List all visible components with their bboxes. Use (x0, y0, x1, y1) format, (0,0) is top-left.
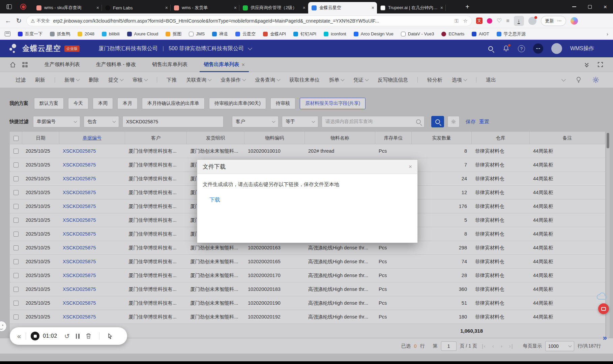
favorites-list-icon[interactable]: ≡ (506, 18, 509, 24)
row-checkbox[interactable] (10, 204, 22, 209)
cell-bill-no-link[interactable]: XSCKD025875 (59, 300, 125, 306)
password-key-icon[interactable]: ⚿ (455, 18, 458, 24)
column-header[interactable]: 备注 (530, 132, 605, 144)
select-all-checkbox[interactable] (10, 132, 22, 144)
row-checkbox[interactable] (10, 259, 22, 265)
cell-bill-no-link[interactable]: XSCKD025875 (59, 148, 125, 154)
toolbar-button[interactable]: 轻分析 (427, 77, 442, 83)
row-checkbox[interactable] (10, 162, 22, 168)
toolbar-button[interactable]: 业务操作 (221, 77, 245, 83)
tab-close-icon[interactable]: × (303, 5, 305, 10)
cell-bill-no-link[interactable]: XSCKD025875 (59, 231, 125, 237)
toolbar-button[interactable]: 删除 (89, 77, 99, 83)
user-avatar[interactable] (551, 43, 562, 54)
worktab-close-icon[interactable]: × (242, 62, 244, 67)
stop-recording-button[interactable] (31, 332, 39, 340)
cell-bill-no-link[interactable]: XSCKD025875 (59, 273, 125, 278)
back-button[interactable]: ← (3, 17, 13, 25)
extension-icon[interactable] (487, 18, 492, 24)
row-checkbox[interactable] (10, 300, 22, 306)
scrollbar-thumb[interactable] (607, 133, 609, 148)
collapse-tabs-icon[interactable] (585, 63, 589, 67)
scheme-button[interactable]: 本月待确认应收的出库单 (142, 98, 205, 109)
bookmark-item[interactable]: 钉钉API (293, 31, 316, 37)
downloads-button[interactable]: ↓ (514, 16, 524, 26)
filter-operator-select[interactable]: 包含 (84, 116, 119, 127)
toolbar-button[interactable]: 选项 (452, 77, 467, 83)
column-header[interactable]: 物料名称 (305, 132, 375, 144)
column-header[interactable]: 发货组织 (187, 132, 244, 144)
update-button[interactable]: 更新⋯ (541, 16, 566, 26)
toolbar-button[interactable]: 刷新 (35, 77, 45, 83)
worktab[interactable]: 生产领料单列表 (36, 57, 88, 72)
scheme-button[interactable]: 今天 (68, 98, 88, 109)
per-page-select[interactable]: 1000 (545, 341, 574, 351)
worktab[interactable]: 生产领料单 - 修改 (88, 57, 144, 72)
row-checkbox[interactable] (10, 314, 22, 320)
bookmark-item[interactable]: AIOT (472, 31, 489, 36)
tab-close-icon[interactable]: × (96, 5, 99, 10)
toolbar-button[interactable]: 下推 (167, 77, 177, 83)
filter-value-input[interactable]: XSCKD025875 (122, 116, 224, 127)
lightbulb-icon[interactable] (575, 77, 582, 83)
bookmark-item[interactable]: Arco Design Vue (354, 31, 393, 36)
reset-filter-link[interactable]: 重置 (479, 119, 489, 125)
collections-icon[interactable] (5, 31, 10, 36)
bookmark-item[interactable]: ECharts (441, 31, 464, 36)
url-input[interactable]: ⚠不安全 erp2.jinboway.com/k3cloud/html5/dfo… (26, 16, 472, 26)
toolbar-button[interactable]: 过滤 (16, 77, 26, 83)
copilot-icon[interactable] (571, 17, 578, 25)
column-header[interactable]: 库存单位 (375, 132, 412, 144)
column-header[interactable]: 客户 (125, 132, 187, 144)
toolbar-button[interactable]: 反写物流信息 (378, 77, 408, 83)
row-checkbox[interactable] (10, 217, 22, 223)
tab-close-icon[interactable]: × (440, 5, 443, 10)
assistant-float-button[interactable] (0, 321, 7, 332)
tab-close-icon[interactable]: × (372, 5, 374, 10)
bookmark-item[interactable]: JMS (189, 31, 205, 36)
site-security-chip[interactable]: ⚠不安全 (31, 18, 50, 24)
cell-bill-no-link[interactable]: XSCKD025875 (59, 259, 125, 264)
home-button[interactable] (9, 61, 16, 68)
close-window-button[interactable]: × (597, 0, 613, 13)
last-page-button[interactable]: ›| (509, 343, 514, 349)
filter-field2-select[interactable]: 客户 (232, 116, 279, 127)
browser-tab[interactable]: wms - 发货单 × (171, 2, 239, 13)
worktab[interactable]: 销售出库单列表 (144, 57, 196, 72)
browser-tab[interactable]: Trupeer.ai | 在几分钟内创建 × (377, 2, 446, 13)
help-button[interactable]: ? (518, 45, 525, 52)
delete-recording-button[interactable] (86, 333, 91, 339)
cell-bill-no-link[interactable]: XSCKD025875 (59, 217, 125, 223)
profile-avatar[interactable] (528, 17, 536, 25)
fullscreen-icon[interactable] (598, 62, 603, 67)
browser-tab[interactable]: wms - sku库存查询 × (33, 2, 102, 13)
save-filter-link[interactable]: 保存 (466, 119, 476, 125)
scheme-button[interactable]: 默认方案 (34, 98, 64, 109)
table-row[interactable]: 2025/10/25 XSCKD025875 厦门佳华博世科技有... 厦门劲创… (9, 282, 606, 296)
global-search-button[interactable] (487, 45, 494, 52)
filter-field-select[interactable]: 单据编号 (33, 116, 80, 127)
table-row[interactable]: 2025/10/25 XSCKD025875 厦门佳华博世科技有... 厦门劲创… (9, 310, 606, 324)
row-checkbox[interactable] (10, 286, 22, 292)
row-checkbox[interactable] (10, 245, 22, 251)
browser-essentials-icon[interactable]: ♡ (497, 17, 502, 24)
cloud-float-button[interactable] (596, 293, 608, 301)
settings-gear-icon[interactable] (592, 76, 600, 84)
bookmark-item[interactable]: 抓鱼鸭 (50, 31, 70, 37)
toolbar-button[interactable]: 退出 (486, 77, 496, 83)
tab-workspaces-button[interactable] (4, 2, 14, 11)
service-float-button[interactable] (598, 303, 609, 314)
table-row[interactable]: 2025/10/25 XSCKD025875 厦门佳华博世科技有... 厦门劲创… (9, 255, 606, 269)
cursor-tool-button[interactable] (107, 333, 113, 339)
bookmark-item[interactable]: 抠图 (166, 31, 181, 37)
scheme-button[interactable]: 原材料报关导出字段(共享) (300, 98, 366, 109)
bookmark-item[interactable]: 学之思开源 (497, 31, 526, 37)
cell-bill-no-link[interactable]: XSCKD025875 (59, 314, 125, 320)
toolbar-button[interactable]: 凭证 (353, 77, 368, 83)
cell-bill-no-link[interactable]: XSCKD025875 (59, 190, 125, 195)
recording-indicator-button[interactable] (18, 2, 28, 11)
translate-icon[interactable]: 文 (476, 18, 483, 24)
row-checkbox[interactable] (10, 176, 22, 182)
row-checkbox[interactable] (10, 273, 22, 278)
collapse-recorder-icon[interactable]: « (17, 332, 21, 340)
